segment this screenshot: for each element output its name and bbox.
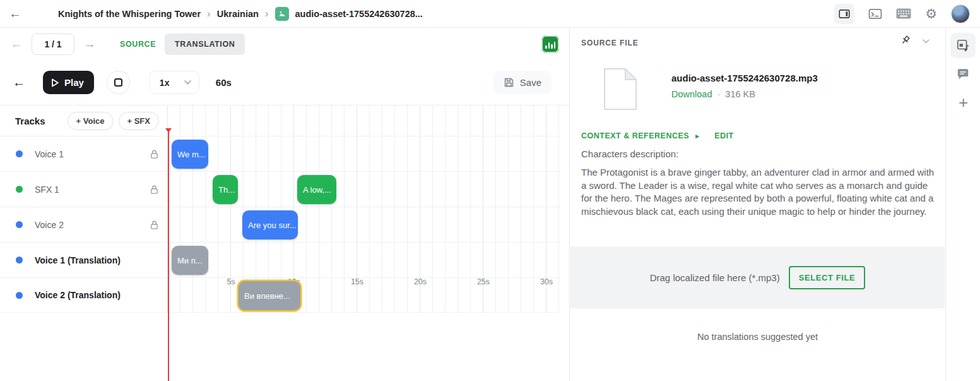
context-description: The Protagonist is a brave ginger tabby,… bbox=[581, 166, 936, 218]
track-row-voice-1[interactable]: Voice 1 We m... bbox=[0, 136, 560, 171]
track-rows: Voice 1 We m... SFX 1 Th... A low,... bbox=[0, 136, 560, 313]
transport-toolbar: ← Play 1x 60s Save bbox=[0, 60, 569, 106]
dropzone-hint: Drag localized file here (*.mp3) bbox=[650, 272, 780, 283]
add-panel-plus-icon[interactable]: + bbox=[946, 93, 980, 112]
track-lane[interactable]: Ви впевне... bbox=[167, 278, 560, 312]
panel-toggle-button[interactable] bbox=[834, 4, 854, 24]
next-page-arrow-icon[interactable]: → bbox=[83, 37, 96, 51]
track-row-voice-2-translation[interactable]: Voice 2 (Translation) Ви впевне... bbox=[0, 277, 560, 313]
audio-clip-selected[interactable]: Ви впевне... bbox=[239, 281, 300, 310]
add-voice-button[interactable]: + Voice bbox=[68, 112, 114, 130]
play-button[interactable]: Play bbox=[43, 71, 94, 94]
playback-speed-select[interactable]: 1x bbox=[149, 71, 199, 94]
track-lane[interactable]: Ми п... bbox=[167, 243, 560, 277]
track-head: Voice 2 bbox=[0, 207, 167, 242]
page-indicator[interactable]: 1 / 1 bbox=[32, 33, 74, 55]
track-row-voice-1-translation[interactable]: Voice 1 (Translation) Ми п... bbox=[0, 242, 560, 277]
media-panel-icon[interactable] bbox=[950, 33, 976, 58]
track-label: Voice 1 bbox=[35, 149, 64, 159]
track-lane[interactable]: Are you sur... bbox=[167, 207, 560, 242]
dot-separator: · bbox=[717, 89, 721, 99]
topbar-left: ← Knights of the Whispering Tower › Ukra… bbox=[0, 6, 423, 21]
chevron-down-icon[interactable] bbox=[923, 39, 930, 44]
track-color-dot bbox=[16, 186, 23, 193]
breadcrumb-asset[interactable]: audio-asset-1755242630728... bbox=[295, 9, 423, 19]
localized-file-dropzone[interactable]: Drag localized file here (*.mp3) SELECT … bbox=[570, 246, 945, 308]
lock-icon[interactable] bbox=[150, 220, 159, 230]
source-file-panel: SOURCE FILE audio-asset-1755242630728.mp… bbox=[570, 28, 945, 381]
topbar: ← Knights of the Whispering Tower › Ukra… bbox=[0, 0, 980, 28]
stop-icon bbox=[114, 78, 122, 87]
clip-label: Are you sur... bbox=[248, 221, 297, 230]
lock-icon[interactable] bbox=[150, 184, 159, 195]
clip-label: Th... bbox=[218, 185, 235, 195]
back-arrow-icon[interactable]: ← bbox=[13, 75, 25, 90]
file-size: 316 KB bbox=[725, 89, 755, 99]
track-head: Voice 1 (Translation) bbox=[0, 243, 167, 277]
context-references-row: CONTEXT & REFERENCES ▸ EDIT bbox=[581, 131, 734, 140]
play-icon bbox=[51, 78, 59, 87]
track-label: Voice 2 bbox=[35, 220, 64, 230]
track-label: Voice 2 (Translation) bbox=[35, 290, 121, 300]
track-color-dot bbox=[16, 150, 23, 157]
context-field-label: Characters description: bbox=[581, 148, 678, 159]
chevron-down-icon bbox=[184, 80, 191, 85]
track-head: SFX 1 bbox=[0, 172, 167, 207]
editor-subheader: ← 1 / 1 → SOURCE TRANSLATION bbox=[0, 28, 569, 60]
download-link[interactable]: Download bbox=[671, 89, 712, 99]
prev-page-arrow-icon[interactable]: ← bbox=[10, 37, 23, 51]
panel-title: SOURCE FILE bbox=[581, 39, 639, 47]
track-head: Voice 1 bbox=[0, 136, 167, 171]
audio-clip[interactable]: Ми п... bbox=[172, 246, 208, 275]
audio-clip[interactable]: We m... bbox=[172, 140, 208, 169]
playhead-line[interactable] bbox=[168, 130, 169, 381]
comment-icon[interactable] bbox=[956, 68, 970, 82]
track-row-voice-2[interactable]: Voice 2 Are you sur... bbox=[0, 207, 560, 242]
track-label: SFX 1 bbox=[35, 184, 59, 195]
clip-label: Ми п... bbox=[177, 256, 203, 265]
breadcrumb-project[interactable]: Knights of the Whispering Tower bbox=[58, 9, 201, 19]
right-rail: + bbox=[945, 28, 980, 381]
track-row-sfx-1[interactable]: SFX 1 Th... A low,... bbox=[0, 171, 560, 207]
terminal-icon[interactable] bbox=[868, 8, 882, 20]
playhead-marker[interactable] bbox=[165, 128, 172, 133]
clip-label: We m... bbox=[177, 150, 206, 159]
keyboard-icon[interactable] bbox=[896, 8, 911, 19]
audio-clip[interactable]: Th... bbox=[213, 175, 238, 204]
add-sfx-button[interactable]: + SFX bbox=[119, 112, 160, 130]
save-button[interactable]: Save bbox=[493, 71, 552, 94]
edit-link[interactable]: EDIT bbox=[714, 131, 733, 140]
context-references-header[interactable]: CONTEXT & REFERENCES bbox=[581, 131, 689, 140]
pin-icon[interactable] bbox=[899, 35, 912, 47]
back-arrow-icon[interactable]: ← bbox=[8, 6, 23, 21]
tab-translation[interactable]: TRANSLATION bbox=[165, 33, 245, 55]
clip-label: A low,... bbox=[303, 185, 331, 195]
audio-clip[interactable]: A low,... bbox=[297, 175, 336, 204]
track-color-dot bbox=[16, 221, 23, 228]
audio-clip[interactable]: Are you sur... bbox=[242, 210, 298, 239]
file-document-icon bbox=[603, 68, 637, 111]
breadcrumb: Knights of the Whispering Tower › Ukrain… bbox=[58, 7, 423, 21]
breadcrumb-language[interactable]: Ukrainian bbox=[217, 9, 259, 19]
topbar-actions: ⚙ bbox=[834, 4, 980, 24]
menu-icon[interactable] bbox=[29, 8, 43, 20]
track-color-dot bbox=[16, 292, 23, 299]
stop-button[interactable] bbox=[107, 71, 130, 94]
audio-waveform-icon[interactable] bbox=[541, 35, 559, 53]
track-lane[interactable]: We m... bbox=[167, 136, 560, 171]
timeline-duration: 60s bbox=[216, 77, 232, 88]
asset-image-icon bbox=[275, 7, 289, 21]
settings-gear-icon[interactable]: ⚙ bbox=[925, 7, 937, 20]
chevron-right-icon: › bbox=[207, 8, 211, 20]
playback-speed-value: 1x bbox=[160, 78, 170, 88]
tab-source[interactable]: SOURCE bbox=[120, 40, 156, 49]
play-button-label: Play bbox=[64, 77, 84, 88]
chevron-right-icon: › bbox=[265, 8, 269, 20]
track-lane[interactable]: Th... A low,... bbox=[167, 172, 560, 207]
user-avatar[interactable] bbox=[951, 4, 970, 23]
lock-icon[interactable] bbox=[150, 149, 159, 159]
tracks-header: Tracks + Voice + SFX bbox=[0, 106, 167, 136]
select-file-button[interactable]: SELECT FILE bbox=[789, 266, 866, 289]
clip-label: Ви впевне... bbox=[244, 291, 290, 301]
source-file-name: audio-asset-1755242630728.mp3 bbox=[671, 73, 818, 83]
